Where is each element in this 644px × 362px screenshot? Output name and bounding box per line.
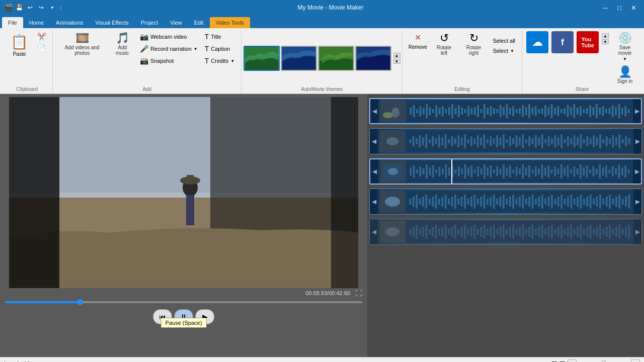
zoom-thumb[interactable]	[601, 360, 607, 363]
save-movie-button[interactable]: 💿 Save movie ▼	[612, 31, 638, 63]
svg-rect-302	[599, 195, 601, 209]
add-label: Add	[57, 85, 237, 94]
fullscreen-icon[interactable]: ⛶	[355, 289, 362, 297]
tab-project[interactable]: Project	[135, 17, 164, 28]
select-all-button[interactable]: Select all	[490, 36, 518, 45]
tab-video-tools[interactable]: Video Tools	[210, 17, 250, 28]
tab-home[interactable]: Home	[23, 17, 50, 28]
svg-rect-293	[570, 195, 572, 209]
svg-rect-191	[474, 169, 476, 173]
svg-rect-185	[455, 169, 457, 173]
svg-rect-109	[445, 134, 447, 148]
timeline-icon[interactable]: ⊟	[559, 359, 566, 363]
remove-button[interactable]: ✕ Remove	[407, 31, 429, 51]
svg-rect-255	[448, 199, 450, 205]
save-movie-dropdown[interactable]: ▼	[623, 57, 627, 61]
tab-view[interactable]: View	[164, 17, 188, 28]
svg-rect-360	[554, 229, 556, 235]
storyboard-icon[interactable]: ⊞	[551, 359, 557, 363]
credits-button[interactable]: T Credits ▼	[202, 55, 237, 66]
svg-rect-202	[509, 165, 511, 177]
track-2[interactable]: ◀ ▶	[369, 128, 642, 154]
svg-rect-42	[461, 108, 463, 115]
theme-3[interactable]	[318, 46, 354, 71]
themes-scroll-up[interactable]: ▲	[393, 53, 400, 58]
tab-animations[interactable]: Animations	[50, 17, 89, 28]
caption-button[interactable]: T Caption	[202, 43, 237, 54]
rotate-left-button[interactable]: ↺ Rotate left	[431, 31, 457, 57]
facebook-button[interactable]: f	[551, 31, 574, 53]
svg-rect-34	[435, 105, 437, 117]
share-content: ☁ f YouTube ▲ ▼ 💿 Save movie ▼	[526, 31, 638, 85]
play-button[interactable]: ▶	[195, 309, 214, 324]
add-videos-button[interactable]: 🎞️ Add videos and photos	[57, 31, 107, 57]
progress-bar-container[interactable]	[3, 298, 364, 306]
cut-button[interactable]: ✂️	[35, 31, 48, 42]
track-4[interactable]: ◀ ▶	[369, 189, 642, 215]
zoom-out-button[interactable]: -	[568, 359, 577, 363]
svg-rect-26	[410, 108, 412, 115]
share-scroll-down[interactable]: ▼	[602, 39, 609, 44]
themes-scroll-down[interactable]: ▼	[393, 59, 400, 64]
select-button[interactable]: Select ▼	[490, 46, 518, 55]
svg-rect-334	[470, 227, 472, 237]
share-scroll-up[interactable]: ▲	[602, 33, 609, 38]
select-dropdown[interactable]: ▼	[510, 49, 514, 53]
youtube-button[interactable]: YouTube	[577, 31, 599, 53]
tab-visual-effects[interactable]: Visual Effects	[90, 17, 135, 28]
svg-rect-118	[473, 138, 475, 144]
clipboard-label: Clipboard	[6, 85, 48, 94]
rewind-button[interactable]: ⏮	[153, 309, 172, 324]
title-button[interactable]: T Title	[202, 31, 237, 42]
qat-save[interactable]: 💾	[15, 3, 24, 12]
record-narration-dropdown[interactable]: ▼	[194, 47, 198, 51]
qat-redo[interactable]: ↪	[37, 3, 46, 12]
add-music-button[interactable]: 🎵 Add music	[109, 31, 135, 57]
zoom-in-button[interactable]: +	[631, 359, 640, 363]
svg-rect-66	[538, 109, 540, 113]
theme-4[interactable]	[355, 46, 391, 71]
paste-button[interactable]: 📋 Paste	[6, 31, 33, 59]
svg-rect-377	[609, 225, 611, 239]
credits-dropdown[interactable]: ▼	[230, 59, 234, 63]
track-3[interactable]: ◀ ▶	[369, 158, 642, 185]
svg-rect-200	[503, 164, 505, 178]
svg-rect-318	[419, 229, 421, 235]
track-5[interactable]: ◀ ▶	[369, 219, 642, 245]
svg-rect-58	[512, 106, 514, 116]
svg-rect-20	[9, 97, 59, 288]
svg-rect-330	[457, 229, 459, 235]
skydrive-button[interactable]: ☁	[526, 31, 548, 53]
svg-rect-37	[445, 109, 447, 113]
svg-rect-352	[528, 227, 530, 237]
svg-point-24	[383, 112, 393, 118]
svg-rect-356	[541, 225, 543, 239]
sign-in-button[interactable]: 👤 Sign in	[612, 65, 638, 85]
svg-rect-114	[461, 137, 463, 145]
pause-button[interactable]: ⏸ Pause (Space)	[174, 309, 193, 324]
tab-file[interactable]: File	[2, 17, 23, 28]
svg-point-96	[386, 137, 398, 145]
track-1[interactable]: ◀	[369, 98, 642, 124]
svg-rect-72	[557, 106, 559, 116]
webcam-button[interactable]: 📷 Webcam video	[137, 31, 200, 42]
progress-bar[interactable]	[5, 301, 362, 303]
svg-rect-137	[535, 135, 537, 147]
minimize-button[interactable]: ─	[599, 3, 612, 13]
svg-rect-342	[496, 229, 498, 235]
snapshot-button[interactable]: 📸 Snapshot	[137, 55, 200, 66]
svg-rect-324	[438, 229, 440, 235]
maximize-button[interactable]: □	[613, 3, 626, 13]
svg-rect-236	[618, 164, 620, 178]
qat-undo[interactable]: ↩	[26, 3, 35, 12]
qat-dropdown[interactable]: ▼	[48, 3, 57, 12]
rotate-right-button[interactable]: ↻ Rotate right	[459, 31, 489, 57]
theme-2[interactable]	[281, 46, 317, 71]
record-narration-button[interactable]: 🎤 Record narration ▼	[137, 43, 200, 54]
tab-edit[interactable]: Edit	[188, 17, 210, 28]
copy-button[interactable]: 📄	[35, 43, 48, 54]
close-button[interactable]: ✕	[627, 3, 640, 13]
time-current: 00:08.93	[305, 290, 327, 296]
theme-1[interactable]	[244, 46, 280, 71]
progress-thumb[interactable]	[77, 299, 83, 305]
